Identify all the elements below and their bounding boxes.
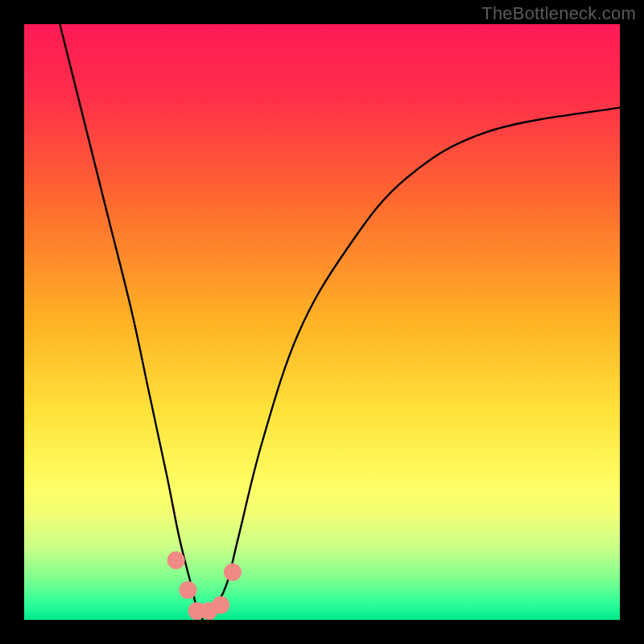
highlight-dot	[180, 581, 197, 599]
plot-background	[24, 24, 620, 620]
bottleneck-chart	[0, 0, 644, 644]
highlight-dot	[212, 597, 229, 614]
highlight-dot	[167, 551, 185, 569]
chart-frame: TheBottleneck.com	[0, 0, 644, 644]
watermark-text: TheBottleneck.com	[481, 3, 636, 24]
highlight-dot	[224, 564, 242, 581]
